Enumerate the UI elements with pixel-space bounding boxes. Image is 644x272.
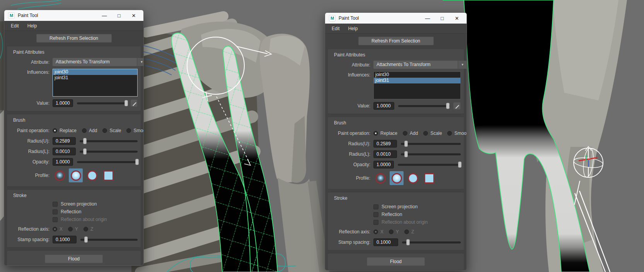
radio-label: Scale xyxy=(109,128,121,133)
profile-gaussian-button[interactable] xyxy=(53,168,66,182)
checkbox-reflection[interactable]: Reflection xyxy=(373,212,461,217)
radio-label: Add xyxy=(89,128,97,133)
flood-button[interactable]: Flood xyxy=(45,255,103,263)
minimize-icon[interactable]: — xyxy=(422,14,433,23)
slider-thumb[interactable] xyxy=(404,141,408,147)
maximize-icon[interactable]: □ xyxy=(113,11,125,20)
radio-add[interactable]: Add xyxy=(82,128,97,133)
checkbox-icon[interactable] xyxy=(53,209,58,214)
radius-l-slider[interactable] xyxy=(80,148,138,155)
attach-slider-icon[interactable] xyxy=(130,99,138,107)
radio-smooth[interactable]: Smooth xyxy=(447,131,467,136)
slider-track[interactable] xyxy=(398,105,450,107)
section-title: Brush xyxy=(13,117,138,123)
radius-l-field[interactable]: 0.0010 xyxy=(373,150,397,158)
flood-button[interactable]: Flood xyxy=(367,257,425,266)
list-item-joint31[interactable]: joint31 xyxy=(53,75,137,81)
chevron-down-icon[interactable]: ▼ xyxy=(458,61,467,69)
radio-add[interactable]: Add xyxy=(403,131,418,136)
slider-track[interactable] xyxy=(401,143,461,145)
checkbox-screen-projection[interactable]: Screen projection xyxy=(53,201,138,207)
radio-replace[interactable]: Replace xyxy=(53,128,77,133)
slider-thumb[interactable] xyxy=(84,236,88,243)
slider-thumb[interactable] xyxy=(406,239,410,245)
value-field[interactable]: 1.0000 xyxy=(373,102,394,110)
radio-smooth[interactable]: Smooth xyxy=(126,128,144,133)
checkbox-icon[interactable] xyxy=(373,204,378,209)
checkbox-reflection[interactable]: Reflection xyxy=(53,209,138,214)
influences-label: Influences: xyxy=(331,71,373,78)
slider-track[interactable] xyxy=(402,241,461,243)
radio-label: Z xyxy=(411,229,414,235)
slider-track[interactable] xyxy=(77,102,127,104)
minimize-icon[interactable]: — xyxy=(99,11,110,20)
attach-slider-icon[interactable] xyxy=(453,102,461,110)
list-item-joint30[interactable]: joint30 xyxy=(374,72,460,78)
slider-track[interactable] xyxy=(77,161,138,163)
checkbox-label: Screen projection xyxy=(61,201,97,207)
radio-scale[interactable]: Scale xyxy=(423,131,442,136)
slider-thumb[interactable] xyxy=(135,159,139,165)
profile-soft-button[interactable] xyxy=(390,171,404,185)
radio-scale[interactable]: Scale xyxy=(102,128,121,133)
attribute-dropdown[interactable]: Attachments To Transform ▼ xyxy=(53,58,144,66)
profile-soft-button[interactable] xyxy=(69,168,83,182)
profile-solid-button[interactable] xyxy=(406,171,420,185)
influences-list[interactable]: joint30 joint31 xyxy=(373,71,461,99)
profile-gaussian-button[interactable] xyxy=(373,171,387,185)
titlebar[interactable]: M Paint Tool — □ ✕ xyxy=(4,10,143,21)
slider-thumb[interactable] xyxy=(83,138,87,144)
checkbox-icon[interactable] xyxy=(373,212,378,217)
opacity-slider[interactable] xyxy=(398,161,461,168)
attribute-dropdown[interactable]: Attachments To Transform ▼ xyxy=(373,61,467,69)
value-slider[interactable] xyxy=(398,102,450,109)
radius-l-field[interactable]: 0.0010 xyxy=(53,148,76,155)
slider-thumb[interactable] xyxy=(124,100,128,106)
radius-u-field[interactable]: 0.2589 xyxy=(53,137,76,145)
refresh-from-selection-button[interactable]: Refresh From Selection xyxy=(36,34,112,42)
opacity-slider[interactable] xyxy=(77,158,138,165)
slider-thumb[interactable] xyxy=(458,162,462,168)
menu-edit[interactable]: Edit xyxy=(7,22,22,30)
slider-track[interactable] xyxy=(80,140,138,142)
radius-u-slider[interactable] xyxy=(80,138,138,144)
close-icon[interactable]: ✕ xyxy=(128,11,140,20)
maximize-icon[interactable]: □ xyxy=(436,14,448,23)
menu-edit[interactable]: Edit xyxy=(328,25,343,32)
opacity-field[interactable]: 1.0000 xyxy=(373,161,394,168)
stamp-spacing-field[interactable]: 0.1000 xyxy=(53,236,77,243)
menubar: Edit Help xyxy=(4,21,143,31)
slider-track[interactable] xyxy=(398,164,461,166)
menu-help[interactable]: Help xyxy=(345,25,361,32)
checkbox-label: Reflection xyxy=(382,212,402,217)
influences-list[interactable]: joint30 joint31 xyxy=(53,69,138,97)
value-field[interactable]: 1.0000 xyxy=(53,99,73,107)
stamp-spacing-slider[interactable] xyxy=(402,239,461,246)
checkbox-screen-projection[interactable]: Screen projection xyxy=(373,204,461,209)
chevron-down-icon[interactable]: ▼ xyxy=(137,58,144,66)
profile-solid-button[interactable] xyxy=(85,168,99,182)
radio-replace[interactable]: Replace xyxy=(373,131,397,136)
checkbox-icon[interactable] xyxy=(53,202,58,207)
radius-u-field[interactable]: 0.2589 xyxy=(373,140,397,148)
profile-square-button[interactable] xyxy=(422,171,436,185)
opacity-field[interactable]: 1.0000 xyxy=(53,158,73,166)
titlebar[interactable]: M Paint Tool — □ ✕ xyxy=(325,13,467,24)
list-item-joint30[interactable]: joint30 xyxy=(53,69,137,75)
stamp-spacing-slider[interactable] xyxy=(80,236,138,243)
profile-square-button[interactable] xyxy=(101,168,115,182)
menu-help[interactable]: Help xyxy=(24,22,41,30)
slider-thumb[interactable] xyxy=(404,151,408,157)
radius-u-slider[interactable] xyxy=(401,140,461,147)
list-item-joint31[interactable]: joint31 xyxy=(374,78,460,83)
radius-l-slider[interactable] xyxy=(401,151,461,158)
slider-track[interactable] xyxy=(80,151,138,153)
slider-track[interactable] xyxy=(80,239,138,241)
stamp-spacing-field[interactable]: 0.1000 xyxy=(373,238,398,246)
close-icon[interactable]: ✕ xyxy=(451,14,463,23)
slider-thumb[interactable] xyxy=(446,103,450,109)
slider-thumb[interactable] xyxy=(83,148,87,155)
refresh-from-selection-button[interactable]: Refresh From Selection xyxy=(358,37,434,45)
slider-track[interactable] xyxy=(401,153,461,155)
value-slider[interactable] xyxy=(77,100,127,107)
